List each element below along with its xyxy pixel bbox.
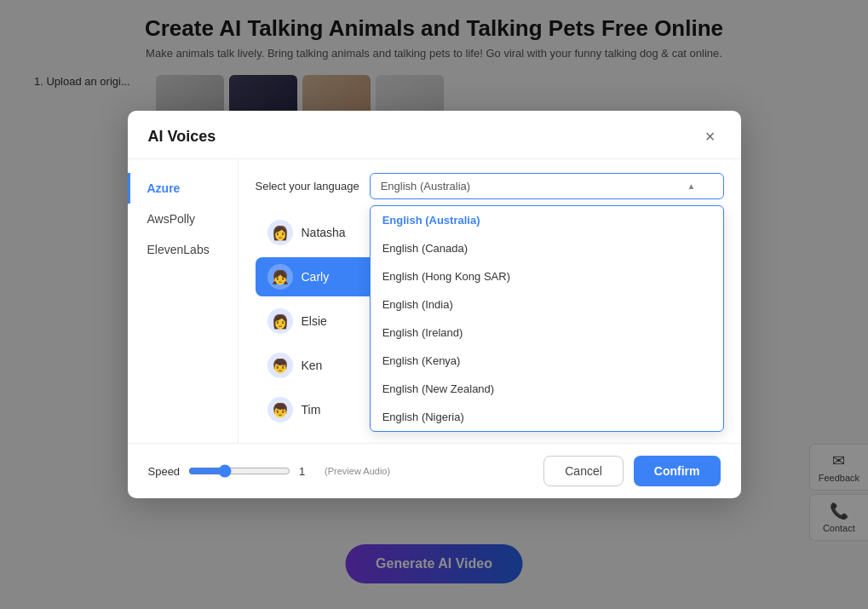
- footer-buttons: Cancel Confirm: [543, 456, 720, 486]
- chevron-up-icon: ▲: [687, 181, 696, 191]
- dropdown-item-en-ke[interactable]: English (Kenya): [371, 347, 723, 375]
- voice-name-tim: Tim: [302, 403, 321, 417]
- ai-voices-modal: AI Voices × Azure AwsPolly ElevenLabs Se…: [128, 111, 741, 498]
- voice-avatar-elsie: 👩: [267, 308, 293, 334]
- dropdown-item-en-hk[interactable]: English (Hong Kong SAR): [371, 262, 723, 290]
- elsie-avatar-icon: 👩: [272, 313, 289, 330]
- voice-avatar-tim: 👦: [267, 397, 293, 422]
- dropdown-item-en-ie[interactable]: English (Ireland): [371, 319, 723, 347]
- language-label: Select your language: [256, 180, 359, 192]
- voice-avatar-ken: 👦: [267, 353, 293, 378]
- confirm-button[interactable]: Confirm: [634, 456, 721, 486]
- language-select[interactable]: English (Australia) ▲: [370, 173, 724, 199]
- language-selected-value: English (Australia): [381, 180, 471, 192]
- cancel-button[interactable]: Cancel: [543, 456, 624, 486]
- speed-row: Speed 1 (Preview Audio): [148, 464, 391, 478]
- language-dropdown: English (Australia) English (Canada) Eng…: [370, 205, 724, 432]
- voice-name-carly: Carly: [302, 270, 330, 284]
- voice-provider-sidebar: Azure AwsPolly ElevenLabs: [128, 159, 239, 443]
- voice-name-ken: Ken: [302, 359, 323, 372]
- sidebar-tab-awspolly[interactable]: AwsPolly: [128, 204, 238, 234]
- voice-name-elsie: Elsie: [302, 314, 327, 328]
- speed-value: 1: [299, 465, 313, 478]
- voice-avatar-carly: 👧: [267, 264, 293, 290]
- ken-avatar-icon: 👦: [272, 358, 289, 374]
- modal-close-button[interactable]: ×: [700, 126, 721, 147]
- modal-footer: Speed 1 (Preview Audio) Cancel Confirm: [128, 443, 741, 498]
- language-select-wrapper: English (Australia) ▲ English (Australia…: [370, 173, 724, 199]
- natasha-avatar-icon: 👩: [272, 225, 289, 241]
- voice-name-natasha: Natasha: [302, 226, 346, 239]
- dropdown-item-en-ca[interactable]: English (Canada): [371, 234, 723, 262]
- modal-body: Azure AwsPolly ElevenLabs Select your la…: [128, 159, 741, 443]
- dropdown-item-en-in[interactable]: English (India): [371, 290, 723, 319]
- modal-overlay: AI Voices × Azure AwsPolly ElevenLabs Se…: [0, 0, 868, 609]
- sidebar-tab-elevenlabs[interactable]: ElevenLabs: [128, 234, 238, 265]
- language-row: Select your language English (Australia)…: [256, 173, 724, 199]
- speed-slider[interactable]: [188, 464, 290, 478]
- voice-avatar-natasha: 👩: [267, 220, 293, 245]
- preview-audio-label: (Preview Audio): [325, 466, 390, 476]
- voice-selection-content: Select your language English (Australia)…: [239, 159, 741, 443]
- modal-title: AI Voices: [148, 128, 216, 146]
- tim-avatar-icon: 👦: [272, 402, 289, 418]
- sidebar-tab-azure[interactable]: Azure: [128, 173, 238, 204]
- speed-label: Speed: [148, 465, 181, 478]
- dropdown-item-en-ng[interactable]: English (Nigeria): [371, 403, 723, 431]
- modal-header: AI Voices ×: [128, 111, 741, 159]
- dropdown-item-en-au[interactable]: English (Australia): [371, 206, 723, 234]
- carly-avatar-icon: 👧: [272, 269, 289, 285]
- dropdown-item-en-nz[interactable]: English (New Zealand): [371, 375, 723, 403]
